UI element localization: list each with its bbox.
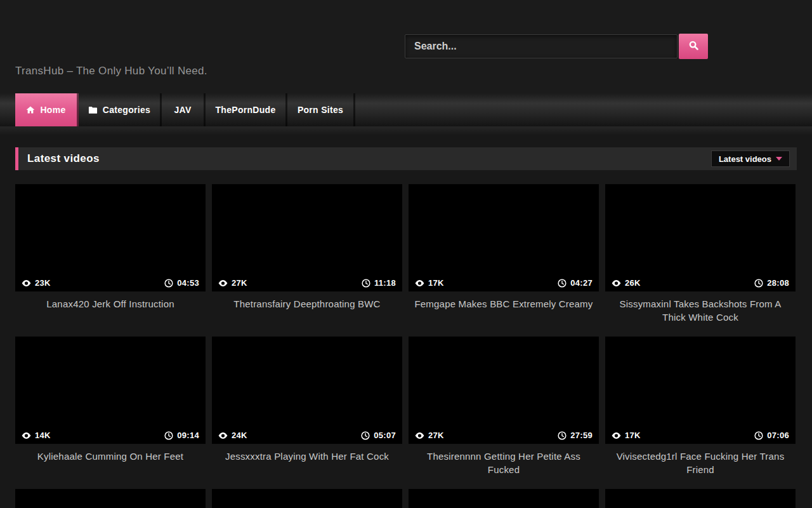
duration: 27:59 (570, 431, 593, 440)
video-thumbnail[interactable] (409, 489, 599, 508)
clock-icon (164, 279, 173, 288)
eye-icon (22, 432, 31, 439)
eye-icon (218, 279, 228, 287)
video-card[interactable] (212, 489, 402, 508)
video-thumbnail[interactable]: 26K 28:08 (605, 184, 796, 291)
site-header: TransHub – The Only Hub You’ll Need. (0, 0, 812, 93)
video-card[interactable]: 26K 28:08 Sissymaxinl Takes Backshots Fr… (605, 184, 796, 337)
video-thumbnail[interactable] (212, 489, 402, 508)
video-card[interactable] (15, 489, 206, 508)
eye-icon (22, 279, 31, 287)
duration: 04:27 (570, 278, 593, 288)
section-title: Latest videos (18, 152, 100, 165)
video-title[interactable]: Femgape Makes BBC Extremely Creamy (409, 291, 599, 311)
nav-item-categories[interactable]: Categories (79, 93, 162, 126)
video-title[interactable]: Thetransfairy Deepthroating BWC (212, 291, 402, 311)
view-count-stat: 14K (22, 431, 51, 440)
video-stats: 27K 11:18 (212, 274, 402, 291)
video-title[interactable]: Vivisectedg1rl Face Fucking Her Trans Fr… (605, 444, 796, 476)
nav-item-label: ThePornDude (215, 105, 275, 115)
duration-stat: 28:08 (754, 278, 789, 288)
eye-icon (415, 432, 424, 439)
view-count: 17K (625, 431, 641, 440)
duration: 28:08 (767, 278, 789, 288)
eye-icon (612, 432, 621, 439)
video-thumbnail[interactable]: 14K 09:14 (15, 337, 206, 444)
view-count-stat: 27K (218, 278, 247, 288)
video-thumbnail[interactable]: 23K 04:53 (15, 184, 206, 291)
clock-icon (361, 431, 370, 440)
caret-down-icon (776, 157, 782, 161)
home-icon (26, 105, 35, 114)
video-stats: 17K 07:06 (605, 427, 796, 444)
duration-stat: 07:06 (754, 431, 789, 440)
folder-icon (88, 106, 98, 114)
duration: 04:53 (177, 278, 199, 288)
video-stats: 17K 04:27 (409, 274, 599, 291)
view-count-stat: 26K (612, 278, 641, 288)
video-stats: 14K 09:14 (15, 427, 206, 444)
clock-icon (362, 279, 370, 288)
view-count: 14K (35, 431, 51, 440)
view-count: 27K (232, 278, 247, 288)
main-content: Latest videos Latest videos 23K (0, 147, 812, 508)
video-title[interactable]: Sissymaxinl Takes Backshots From A Thick… (605, 291, 796, 324)
video-card[interactable] (605, 489, 796, 508)
video-thumbnail[interactable]: 24K 05:07 (212, 337, 402, 444)
video-thumbnail[interactable] (15, 489, 206, 508)
video-thumbnail[interactable]: 17K 07:06 (605, 337, 796, 444)
video-title[interactable]: Jessxxxtra Playing With Her Fat Cock (212, 444, 402, 463)
video-thumbnail[interactable] (605, 489, 796, 508)
video-title[interactable]: Lanax420 Jerk Off Instruction (15, 291, 206, 311)
clock-icon (558, 431, 566, 440)
nav-item-porn-sites[interactable]: Porn Sites (287, 93, 355, 126)
view-count: 24K (232, 431, 247, 440)
clock-icon (164, 431, 173, 440)
search-button[interactable] (679, 34, 708, 59)
view-count-stat: 27K (415, 431, 444, 440)
clock-icon (754, 279, 763, 288)
duration: 09:14 (177, 431, 199, 440)
view-count: 23K (35, 278, 51, 288)
video-thumbnail[interactable]: 27K 27:59 (409, 337, 599, 444)
view-count-stat: 17K (415, 278, 444, 288)
video-card[interactable]: 17K 07:06 Vivisectedg1rl Face Fucking He… (605, 337, 796, 489)
video-card[interactable]: 27K 11:18 Thetransfairy Deepthroating BW… (212, 184, 402, 337)
video-thumbnail[interactable]: 27K 11:18 (212, 184, 402, 291)
video-thumbnail[interactable]: 17K 04:27 (409, 184, 599, 291)
clock-icon (558, 279, 566, 288)
video-card[interactable]: 14K 09:14 Kyliehaale Cumming On Her Feet (15, 337, 206, 489)
video-title[interactable]: Thesirennnn Getting Her Petite Ass Fucke… (409, 444, 599, 476)
video-card[interactable] (409, 489, 599, 508)
duration-stat: 09:14 (164, 431, 199, 440)
nav-item-home[interactable]: Home (15, 93, 79, 126)
video-card[interactable]: 24K 05:07 Jessxxxtra Playing With Her Fa… (212, 337, 402, 489)
sort-dropdown[interactable]: Latest videos (711, 150, 790, 167)
nav-item-theporndude[interactable]: ThePornDude (206, 93, 287, 126)
section-header: Latest videos Latest videos (15, 147, 797, 170)
video-stats: 27K 27:59 (409, 427, 599, 444)
view-count-stat: 24K (218, 431, 247, 440)
duration-stat: 27:59 (558, 431, 593, 440)
nav-item-jav[interactable]: JAV (162, 93, 206, 126)
search-input[interactable] (405, 34, 678, 58)
sort-dropdown-label: Latest videos (719, 154, 771, 164)
eye-icon (612, 279, 621, 287)
duration-stat: 05:07 (361, 431, 396, 440)
nav-shadow (0, 126, 812, 135)
eye-icon (218, 432, 228, 439)
nav: Home Categories JAV ThePornDude Porn Sit… (0, 93, 812, 126)
clock-icon (754, 431, 763, 440)
view-count-stat: 23K (22, 278, 51, 288)
view-count: 27K (428, 431, 444, 440)
duration-stat: 04:53 (164, 278, 199, 288)
nav-item-label: JAV (174, 105, 191, 115)
video-title[interactable]: Kyliehaale Cumming On Her Feet (15, 444, 206, 463)
video-card[interactable]: 17K 04:27 Femgape Makes BBC Extremely Cr… (409, 184, 599, 337)
video-card[interactable]: 23K 04:53 Lanax420 Jerk Off Instruction (15, 184, 206, 337)
video-grid: 23K 04:53 Lanax420 Jerk Off Instruction (15, 184, 797, 508)
view-count: 17K (428, 278, 444, 288)
view-count: 26K (625, 278, 641, 288)
video-stats: 23K 04:53 (15, 274, 206, 291)
video-card[interactable]: 27K 27:59 Thesirennnn Getting Her Petite… (409, 337, 599, 489)
